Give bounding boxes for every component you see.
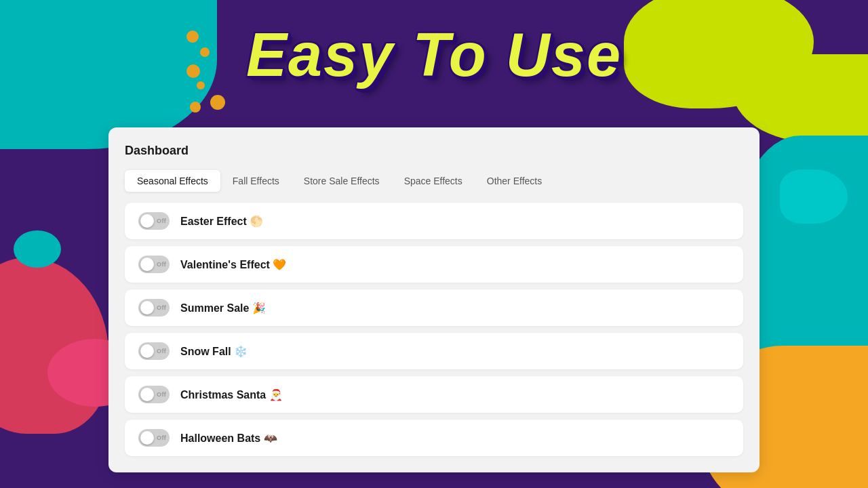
- effect-item-christmas-santa: Off Christmas Santa 🎅: [125, 376, 743, 413]
- effect-label-snow-fall: Snow Fall ❄️: [180, 345, 248, 358]
- dashboard-title: Dashboard: [125, 144, 743, 158]
- toggle-label-christmas-santa: Off: [157, 391, 166, 398]
- toggle-label-snow-fall: Off: [157, 348, 166, 354]
- bg-dot-6: [210, 95, 225, 110]
- effects-list: Off Easter Effect 🌕 Off Valentine's Effe…: [125, 203, 743, 456]
- hero-title: Easy To Use: [0, 20, 868, 90]
- toggle-snow-fall[interactable]: Off: [138, 342, 170, 360]
- toggle-track-christmas-santa: Off: [138, 386, 170, 403]
- toggle-track-halloween-bats: Off: [138, 429, 170, 447]
- bg-blob-teal-left-sm: [14, 230, 61, 268]
- dashboard-panel: Dashboard Seasonal Effects Fall Effects …: [108, 127, 760, 472]
- effect-label-christmas-santa: Christmas Santa 🎅: [180, 388, 283, 401]
- toggle-track-easter: Off: [138, 212, 170, 230]
- toggle-thumb-easter: [140, 214, 154, 228]
- tab-store-sale[interactable]: Store Sale Effects: [292, 170, 392, 192]
- toggle-valentine[interactable]: Off: [138, 256, 170, 273]
- hero-section: Easy To Use: [0, 20, 868, 90]
- effect-item-valentine: Off Valentine's Effect 🧡: [125, 246, 743, 283]
- tab-fall[interactable]: Fall Effects: [220, 170, 292, 192]
- toggle-easter[interactable]: Off: [138, 212, 170, 230]
- toggle-summer-sale[interactable]: Off: [138, 299, 170, 317]
- tab-seasonal[interactable]: Seasonal Effects: [125, 170, 220, 192]
- toggle-thumb-snow-fall: [140, 344, 154, 358]
- effect-label-summer-sale: Summer Sale 🎉: [180, 302, 266, 314]
- toggle-track-summer-sale: Off: [138, 299, 170, 317]
- toggle-track-valentine: Off: [138, 256, 170, 273]
- effect-label-halloween-bats: Halloween Bats 🦇: [180, 432, 277, 445]
- effect-label-easter: Easter Effect 🌕: [180, 215, 263, 228]
- toggle-label-halloween-bats: Off: [157, 434, 166, 441]
- effect-item-summer-sale: Off Summer Sale 🎉: [125, 289, 743, 326]
- toggle-label-summer-sale: Off: [157, 304, 166, 311]
- toggle-track-snow-fall: Off: [138, 342, 170, 360]
- tab-other[interactable]: Other Effects: [475, 170, 554, 192]
- bg-blob-teal-small: [780, 169, 848, 224]
- effect-item-easter: Off Easter Effect 🌕: [125, 203, 743, 239]
- effect-label-valentine: Valentine's Effect 🧡: [180, 258, 286, 271]
- toggle-thumb-summer-sale: [140, 301, 154, 314]
- tabs-container: Seasonal Effects Fall Effects Store Sale…: [125, 170, 743, 192]
- toggle-thumb-valentine: [140, 258, 154, 271]
- toggle-label-valentine: Off: [157, 261, 166, 268]
- toggle-label-easter: Off: [157, 218, 166, 224]
- toggle-halloween-bats[interactable]: Off: [138, 429, 170, 447]
- toggle-thumb-christmas-santa: [140, 388, 154, 401]
- toggle-christmas-santa[interactable]: Off: [138, 386, 170, 403]
- tab-space[interactable]: Space Effects: [392, 170, 475, 192]
- effect-item-halloween-bats: Off Halloween Bats 🦇: [125, 420, 743, 456]
- bg-dot-5: [190, 102, 201, 113]
- effect-item-snow-fall: Off Snow Fall ❄️: [125, 333, 743, 369]
- toggle-thumb-halloween-bats: [140, 431, 154, 445]
